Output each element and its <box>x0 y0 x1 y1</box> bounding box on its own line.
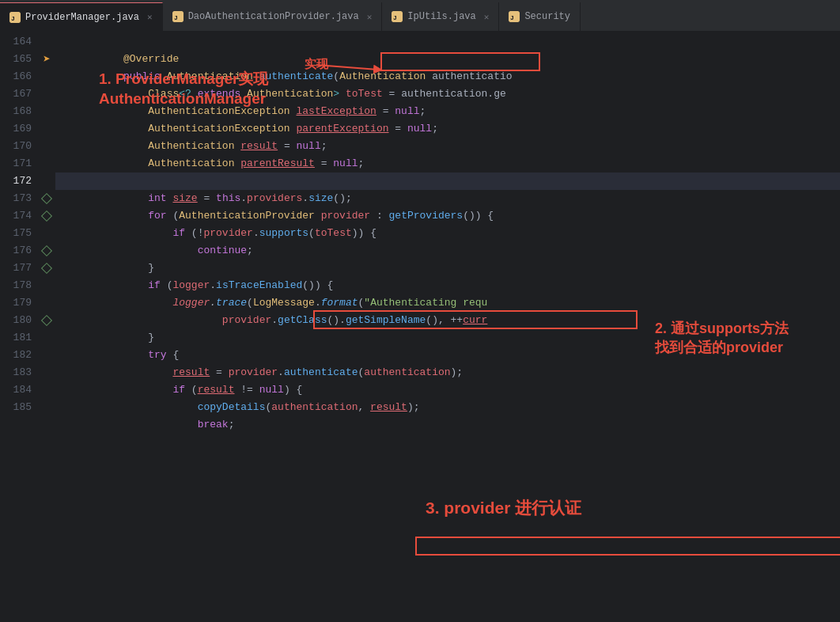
ln-176: 176 <box>0 242 32 260</box>
ln-184: 184 <box>0 381 32 399</box>
code-line-177: if (logger.isTraceEnabled()) { <box>55 260 840 277</box>
tab-security[interactable]: J Security <box>499 2 581 31</box>
ln-165: 165 <box>0 51 32 68</box>
gutter-183 <box>38 364 55 381</box>
code-editor[interactable]: @Override public Authentication authenti… <box>55 32 840 622</box>
code-line-166: Class<? extends Authentication> toTest =… <box>55 68 840 85</box>
ln-182: 182 <box>0 347 32 364</box>
gutter-182 <box>38 347 55 364</box>
code-line-165: public Authentication authenticate(Authe… <box>55 51 840 68</box>
gutter-180 <box>38 312 55 329</box>
tab-iputils[interactable]: J IpUtils.java ✕ <box>382 2 499 31</box>
tab-label-2: DaoAuthenticationProvider.java <box>188 11 359 22</box>
java-file-icon-4: J <box>509 11 520 22</box>
ln-164: 164 <box>0 33 32 51</box>
code-line-181: try { <box>55 329 840 347</box>
svg-text:J: J <box>393 14 397 21</box>
gutter-171 <box>38 155 55 173</box>
code-line-184: copyDetails(authentication, result); <box>55 381 840 399</box>
ln-183: 183 <box>0 364 32 381</box>
code-line-168: AuthenticationException parentException … <box>55 103 840 120</box>
breakpoint-diamond-173 <box>41 193 52 204</box>
code-line-173: for (AuthenticationProvider provider : g… <box>55 190 840 207</box>
gutter-177 <box>38 260 55 277</box>
ln-180: 180 <box>0 312 32 329</box>
gutter-164 <box>38 33 55 51</box>
ln-167: 167 <box>0 85 32 103</box>
code-line-171: int currentPosition = 0; <box>55 155 840 173</box>
gutter-166 <box>38 68 55 85</box>
java-file-icon-2: J <box>172 11 184 22</box>
ln-181: 181 <box>0 329 32 347</box>
code-line-179: provider.getClass().getSimpleName(), ++c… <box>55 294 840 312</box>
annotation-box-provider-auth <box>415 537 840 556</box>
ln-168: 168 <box>0 103 32 120</box>
svg-text:J: J <box>174 14 178 21</box>
gutter-172 <box>38 173 55 190</box>
gutter-169 <box>38 120 55 138</box>
code-line-174: if (!provider.supports(toTest)) { <box>55 207 840 225</box>
ln-178: 178 <box>0 277 32 294</box>
gutter-167 <box>38 85 55 103</box>
tab-label-3: IpUtils.java <box>407 11 475 22</box>
svg-text:J: J <box>510 14 514 21</box>
code-line-164: @Override <box>55 33 840 51</box>
line-numbers: 164 165 166 167 168 169 170 171 172 173 … <box>0 32 38 622</box>
gutter-176 <box>38 242 55 260</box>
tab-label-4: Security <box>524 11 570 22</box>
gutter-181 <box>38 329 55 347</box>
code-line-178: logger.trace(LogMessage.format("Authenti… <box>55 277 840 294</box>
ln-170: 170 <box>0 138 32 155</box>
code-line-167: AuthenticationException lastException = … <box>55 85 840 103</box>
tab-label: ProviderManager.java <box>25 12 139 23</box>
code-line-185: break; <box>55 399 840 416</box>
ln-175: 175 <box>0 225 32 242</box>
gutter-185 <box>38 399 55 416</box>
tab-close-icon-2[interactable]: ✕ <box>367 12 373 22</box>
tab-bar: J ProviderManager.java ✕ J DaoAuthentica… <box>0 0 840 32</box>
code-line-169: Authentication result = null; <box>55 120 840 138</box>
ln-169: 169 <box>0 120 32 138</box>
java-file-icon-3: J <box>392 11 403 22</box>
code-line-175: continue; <box>55 225 840 242</box>
breakpoint-diamond-180 <box>41 315 52 326</box>
annotation-step3: 3. provider 进行认证 <box>426 497 581 519</box>
code-line-183: if (result != null) { <box>55 364 840 381</box>
ln-177: 177 <box>0 260 32 277</box>
ln-179: 179 <box>0 294 32 312</box>
gutter-170 <box>38 138 55 155</box>
navigation-arrow-icon: ➤ <box>43 51 51 67</box>
gutter-179 <box>38 294 55 312</box>
breakpoint-diamond-174 <box>41 210 52 222</box>
tab-close-icon-3[interactable]: ✕ <box>484 12 490 22</box>
gutter-175 <box>38 225 55 242</box>
gutter-173 <box>38 190 55 207</box>
code-line-182: result = provider.authenticate(authentic… <box>55 347 840 364</box>
ln-173: 173 <box>0 190 32 207</box>
gutter-184 <box>38 381 55 399</box>
gutter-168 <box>38 103 55 120</box>
gutter: ➤ <box>38 32 55 622</box>
tab-provider-manager[interactable]: J ProviderManager.java ✕ <box>0 2 163 31</box>
ln-171: 171 <box>0 155 32 173</box>
tab-close-icon[interactable]: ✕ <box>147 12 153 22</box>
code-container: 164 165 166 167 168 169 170 171 172 173 … <box>0 32 840 622</box>
code-line-172: int size = this.providers.size(); <box>55 173 840 190</box>
ln-172: 172 <box>0 173 32 190</box>
ln-166: 166 <box>0 68 32 85</box>
code-line-176: } <box>55 242 840 260</box>
gutter-174 <box>38 207 55 225</box>
tab-dao-auth[interactable]: J DaoAuthenticationProvider.java ✕ <box>163 2 383 31</box>
code-line-170: Authentication parentResult = null; <box>55 138 840 155</box>
gutter-165: ➤ <box>38 51 55 68</box>
java-file-icon: J <box>9 12 21 23</box>
breakpoint-diamond-176 <box>41 245 52 256</box>
ln-185: 185 <box>0 399 32 416</box>
svg-text:J: J <box>11 15 15 22</box>
gutter-178 <box>38 277 55 294</box>
ln-174: 174 <box>0 207 32 225</box>
code-line-180: } <box>55 312 840 329</box>
breakpoint-diamond-177 <box>41 263 52 274</box>
